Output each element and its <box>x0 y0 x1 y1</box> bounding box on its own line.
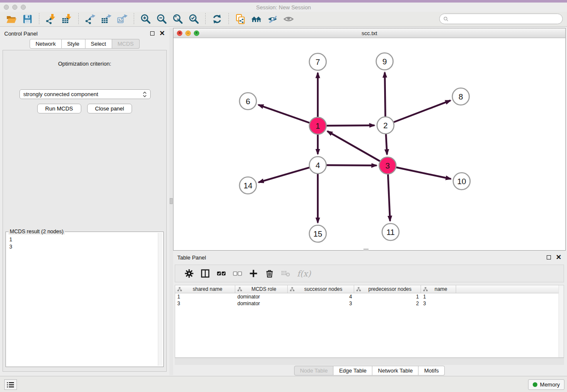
edge-4-3[interactable] <box>326 165 377 166</box>
table-panel: Table Panel ✕ f(x) shared name MCDS role… <box>173 252 566 375</box>
search-box[interactable] <box>439 14 563 24</box>
criterion-select[interactable]: strongly connected component <box>19 89 151 99</box>
table-row[interactable]: 3dominator323 <box>175 300 564 307</box>
float-panel-icon[interactable] <box>150 31 154 36</box>
import-table-button[interactable] <box>61 13 73 25</box>
open-session-button[interactable] <box>5 13 18 25</box>
network-minimize-button[interactable]: − <box>185 30 191 36</box>
control-panel: Control Panel ✕ NetworkStyleSelectMCDS O… <box>0 28 169 375</box>
splitter-handle-icon[interactable] <box>170 198 173 204</box>
table-cell[interactable]: 1 <box>421 293 456 300</box>
run-mcds-button[interactable]: Run MCDS <box>37 104 81 113</box>
table-cell[interactable]: 3 <box>421 300 456 307</box>
table-cell[interactable]: 1 <box>354 293 421 300</box>
tab-select[interactable]: Select <box>85 39 112 49</box>
export-network-button[interactable] <box>84 13 96 25</box>
edge-3-11[interactable] <box>388 174 390 221</box>
duplicate-network-button[interactable] <box>234 13 247 25</box>
panel-splitter[interactable] <box>169 28 173 375</box>
graph-node-label-14: 14 <box>243 181 253 190</box>
close-panel-button[interactable]: Close panel <box>87 104 132 113</box>
graph-node-label-1: 1 <box>316 121 320 130</box>
result-scrollbar[interactable] <box>158 233 162 366</box>
show-all-icon <box>283 14 294 25</box>
edge-2-9[interactable] <box>385 72 385 117</box>
network-maximize-button[interactable]: + <box>194 30 199 36</box>
control-panel-header: Control Panel ✕ <box>0 28 169 39</box>
export-table-button[interactable] <box>100 13 113 25</box>
table-cell[interactable]: 4 <box>288 293 354 300</box>
zoom-fit-button[interactable] <box>171 13 184 25</box>
edge-1-6[interactable] <box>259 105 310 123</box>
tab-network[interactable]: Network <box>30 39 62 49</box>
export-image-button[interactable] <box>116 13 129 25</box>
close-table-panel-icon[interactable]: ✕ <box>556 255 561 259</box>
edge-4-14[interactable] <box>259 168 310 182</box>
node-table[interactable]: shared name MCDS role successor nodes pr… <box>175 285 564 358</box>
function-builder-button[interactable]: f(x) <box>297 269 311 278</box>
edge-2-3[interactable] <box>386 134 387 155</box>
toolbar-separator <box>205 13 206 25</box>
network-graph: 7968124314101511 <box>173 38 565 250</box>
edge-3-1[interactable] <box>328 131 380 161</box>
float-table-panel-icon[interactable] <box>547 255 551 259</box>
column-header-MCDS-role[interactable]: MCDS role <box>235 285 288 293</box>
zoom-selected-button[interactable] <box>187 13 200 25</box>
criterion-value: strongly connected component <box>23 91 143 97</box>
table-toolbar: f(x) <box>175 265 564 282</box>
network-window-titlebar[interactable]: ✕ − + scc.txt <box>173 28 565 38</box>
show-columns-button[interactable] <box>198 267 212 280</box>
memory-button[interactable]: Memory <box>528 379 564 390</box>
tab-edge-table[interactable]: Edge Table <box>333 366 372 375</box>
column-header-shared-name[interactable]: shared name <box>175 285 235 293</box>
table-row[interactable]: 1dominator411 <box>175 293 564 300</box>
table-cell[interactable]: dominator <box>235 293 288 300</box>
table-cell[interactable]: 3 <box>288 300 354 307</box>
tab-node-table[interactable]: Node Table <box>294 366 334 375</box>
delete-table-button[interactable] <box>278 267 293 280</box>
zoom-out-button[interactable] <box>155 13 168 25</box>
tab-motifs[interactable]: Motifs <box>418 366 445 375</box>
column-header-successor-nodes[interactable]: successor nodes <box>288 285 354 293</box>
network-close-button[interactable]: ✕ <box>177 30 182 36</box>
table-cell[interactable]: 1 <box>175 293 235 300</box>
toolbar-separator <box>228 13 229 25</box>
table-cell[interactable]: 3 <box>175 300 235 307</box>
delete-icon <box>265 269 274 278</box>
edge-3-10[interactable] <box>396 167 451 179</box>
column-header-name[interactable]: name <box>421 285 456 293</box>
add-button[interactable] <box>246 267 261 280</box>
search-input[interactable] <box>449 15 562 23</box>
table-scrollbar[interactable] <box>559 285 564 357</box>
first-neighbors-button[interactable] <box>250 13 263 25</box>
select-all-button[interactable] <box>214 267 228 280</box>
toolbar-separator <box>39 13 39 25</box>
graph-node-label-8: 8 <box>459 92 463 101</box>
column-header-predecessor-nodes[interactable]: predecessor nodes <box>354 285 421 293</box>
tab-style[interactable]: Style <box>62 39 85 49</box>
graph-node-label-4: 4 <box>316 161 320 170</box>
hide-selected-button[interactable] <box>266 13 279 25</box>
show-all-button[interactable] <box>282 13 295 25</box>
network-canvas[interactable]: 7968124314101511 <box>173 38 565 250</box>
refresh-button[interactable] <box>211 13 223 25</box>
column-label: shared name <box>184 286 235 292</box>
edge-2-8[interactable] <box>394 100 451 122</box>
table-cell[interactable]: dominator <box>235 300 288 307</box>
edge-1-2[interactable] <box>326 125 374 126</box>
tab-mcds[interactable]: MCDS <box>112 39 140 49</box>
settings-button[interactable] <box>182 267 196 280</box>
table-cell[interactable]: 2 <box>354 300 421 307</box>
canvas-scrollbar-thumb[interactable] <box>363 248 369 251</box>
unselect-all-button[interactable] <box>230 267 245 280</box>
save-session-button[interactable] <box>21 13 34 25</box>
task-history-button[interactable] <box>4 379 17 390</box>
import-network-button[interactable] <box>44 13 57 25</box>
tab-network-table[interactable]: Network Table <box>372 366 418 375</box>
graph-node-label-9: 9 <box>383 57 387 66</box>
delete-table-icon <box>281 269 290 278</box>
delete-button[interactable] <box>262 267 277 280</box>
zoom-in-button[interactable] <box>139 13 152 25</box>
close-panel-icon[interactable]: ✕ <box>160 31 165 36</box>
column-hierarchy-icon <box>290 287 295 292</box>
